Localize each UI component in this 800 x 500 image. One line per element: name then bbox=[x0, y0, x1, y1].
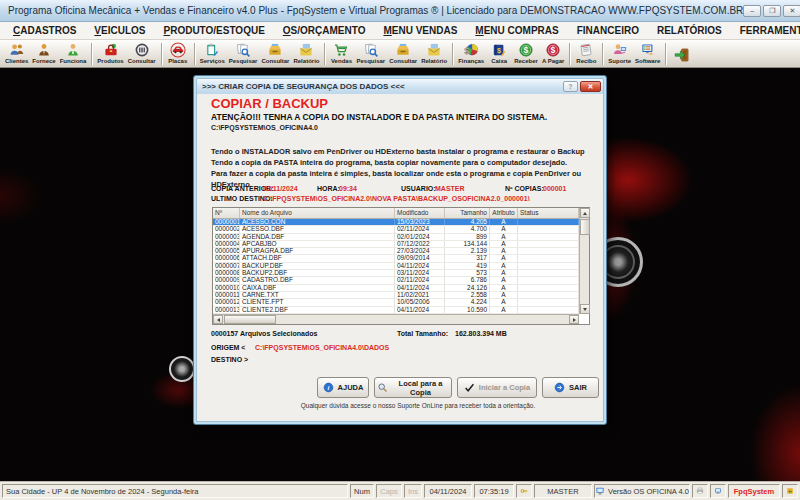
menu-menu-vendas[interactable]: MENU VENDAS bbox=[374, 23, 466, 38]
cell-atributo: A bbox=[490, 277, 518, 283]
vertical-scrollbar[interactable] bbox=[579, 208, 589, 314]
menu-os-orcamento[interactable]: OS/ORÇAMENTO bbox=[274, 23, 375, 38]
cell-modificado: 04/11/2024 bbox=[395, 263, 445, 269]
help-icon bbox=[323, 382, 334, 393]
toolbar-produtos-button[interactable]: Produtos bbox=[95, 41, 125, 67]
table-row[interactable]: 0000005APURAGRA.DBF27/03/20242.139A bbox=[213, 248, 579, 255]
search-icon bbox=[363, 42, 379, 58]
barcode-icon bbox=[134, 42, 150, 58]
toolbar-a-pagar-button[interactable]: A Pagar bbox=[540, 41, 566, 67]
column-header-atributo[interactable]: Atributo bbox=[490, 208, 518, 218]
toolbar-placas-button[interactable]: Placas bbox=[165, 41, 191, 67]
toolbar-consultar-button[interactable]: Consultar bbox=[126, 41, 158, 67]
status-monitor-panel[interactable] bbox=[710, 484, 726, 498]
toolbar-fornece-button[interactable]: Fornece bbox=[30, 41, 57, 67]
cell-modificado: 03/11/2024 bbox=[395, 270, 445, 276]
toolbar-button-label: Suporte bbox=[608, 58, 631, 65]
toolbar-vendas-button[interactable]: Vendas bbox=[328, 41, 354, 67]
dialog-help-button[interactable]: ? bbox=[563, 81, 578, 92]
toolbar-exit-button[interactable] bbox=[669, 41, 695, 67]
toolbar-clientes-button[interactable]: Clientes bbox=[3, 41, 30, 67]
toolbar-suporte-button[interactable]: Suporte bbox=[606, 41, 633, 67]
toolbar-consultar-button[interactable]: Consultar bbox=[387, 41, 419, 67]
cell-status bbox=[518, 299, 579, 305]
ajuda-button[interactable]: AJUDA bbox=[317, 377, 369, 398]
toolbar-financas-button[interactable]: Finanças bbox=[456, 41, 486, 67]
toolbar-pesquisar-button[interactable]: Pesquisar bbox=[354, 41, 387, 67]
toolbar-funciona-button[interactable]: Funciona bbox=[58, 41, 89, 67]
cell-tamanho: 10.590 bbox=[445, 307, 490, 313]
toolbar-pesquisar-button[interactable]: Pesquisar bbox=[227, 41, 260, 67]
toolbar-servicos-button[interactable]: Serviços bbox=[198, 41, 227, 67]
table-row[interactable]: 0000006ATTACH.DBF09/09/2014317A bbox=[213, 255, 579, 262]
menu-menu-compras[interactable]: MENU COMPRAS bbox=[466, 23, 567, 38]
toolbar-button-label: Pesquisar bbox=[356, 58, 385, 65]
magnifier-icon bbox=[377, 382, 388, 393]
cell-tamanho: 419 bbox=[445, 263, 490, 269]
toolbar-caixa-button[interactable]: Caixa bbox=[486, 41, 512, 67]
vertical-scroll-thumb[interactable] bbox=[580, 219, 590, 235]
table-row[interactable]: 0000012CLIENTE.FPT10/05/20064.224A bbox=[213, 299, 579, 306]
status-printer-panel[interactable] bbox=[692, 484, 708, 498]
instructions: Tendo o INSTALADOR salvo em PenDriver ou… bbox=[211, 146, 603, 190]
table-row[interactable]: 0000011CARNE.TXT11/02/20212.558A bbox=[213, 292, 579, 299]
menu-veiculos[interactable]: VEICULOS bbox=[85, 23, 154, 38]
local-para-a-copia-button[interactable]: Local para a Copia bbox=[374, 377, 452, 398]
column-header-nome-do-arquivo[interactable]: Nome do Arquivo bbox=[240, 208, 395, 218]
table-row[interactable]: 0000009CADASTRO.DBF02/11/20246.786A bbox=[213, 277, 579, 284]
cell-nome-do-arquivo: BACKUP2.DBF bbox=[240, 270, 395, 276]
menu-ferramentas[interactable]: FERRAMENTAS bbox=[731, 23, 800, 38]
destination-label: DESTINO > bbox=[211, 356, 248, 363]
toolbar-button-label: Finanças bbox=[458, 58, 484, 65]
cell-nome-do-arquivo: AGENDA.DBF bbox=[240, 234, 395, 240]
horizontal-scrollbar[interactable] bbox=[213, 314, 579, 324]
menu-bar: CADASTROSVEICULOSPRODUTO/ESTOQUEOS/ORÇAM… bbox=[0, 22, 800, 40]
destination-line: DESTINO > bbox=[197, 356, 597, 365]
toolbar-consultar-button[interactable]: Consultar bbox=[259, 41, 291, 67]
menu-relatorios[interactable]: RELATÓRIOS bbox=[648, 23, 731, 38]
scroll-right-button[interactable] bbox=[569, 315, 579, 324]
car-icon bbox=[170, 42, 186, 58]
table-row[interactable]: 0000002ACESSO.DBF02/11/20244.700A bbox=[213, 226, 579, 233]
table-row[interactable]: 0000010CAIXA.DBF04/11/202424.126A bbox=[213, 285, 579, 292]
table-rows: 0000001ACESSO.CON15/03/20234.205A0000002… bbox=[213, 219, 579, 314]
table-row[interactable]: 0000001ACESSO.CON15/03/20234.205A bbox=[213, 219, 579, 226]
check-icon bbox=[464, 382, 475, 393]
cell-tamanho: 2.139 bbox=[445, 248, 490, 254]
scroll-up-button[interactable] bbox=[580, 208, 590, 218]
dialog-titlebar[interactable]: >>> CRIAR COPIA DE SEGURANÇA DOS DADOS <… bbox=[196, 78, 604, 94]
scroll-down-button[interactable] bbox=[580, 304, 590, 314]
dialog-close-button[interactable]: ✕ bbox=[580, 81, 601, 92]
toolbar-software-button[interactable]: Software bbox=[633, 41, 662, 67]
button-label: Iniciar a Copia bbox=[479, 383, 530, 392]
cell-atributo: A bbox=[490, 248, 518, 254]
cell-tamanho: 4.205 bbox=[445, 219, 490, 225]
sair-button[interactable]: SAIR bbox=[542, 377, 599, 398]
menu-cadastros[interactable]: CADASTROS bbox=[4, 23, 85, 38]
table-row[interactable]: 0000007BACKUP.DBF04/11/2024419A bbox=[213, 263, 579, 270]
close-button[interactable]: ✕ bbox=[783, 5, 800, 17]
toolbar-recibo-button[interactable]: Recibo bbox=[573, 41, 599, 67]
table-row[interactable]: 0000003AGENDA.DBF02/01/2024899A bbox=[213, 234, 579, 241]
horizontal-scroll-thumb[interactable] bbox=[224, 315, 276, 324]
column-header-modificado[interactable]: Modificado bbox=[395, 208, 445, 218]
menu-financeiro[interactable]: FINANCEIRO bbox=[568, 23, 648, 38]
table-row[interactable]: 0000013CLIENTE2.DBF04/11/202410.590A bbox=[213, 307, 579, 314]
toolbar-relatorio-button[interactable]: Relatório bbox=[419, 41, 449, 67]
restore-button[interactable]: ❐ bbox=[763, 5, 781, 17]
toolbar-receber-button[interactable]: Receber bbox=[512, 41, 540, 67]
status-insert: Ins bbox=[404, 484, 422, 498]
table-row[interactable]: 0000004APCABJBO07/12/2022134.144A bbox=[213, 241, 579, 248]
exit-icon bbox=[674, 47, 690, 63]
column-header-status[interactable]: Status bbox=[518, 208, 579, 218]
dialog-buttons: AJUDALocal para a CopiaIniciar a CopiaSA… bbox=[317, 377, 599, 398]
origin-line: ORIGEM < C:\FPQSYSTEM\OS_OFICINA4.0\DADO… bbox=[197, 344, 597, 353]
table-row[interactable]: 0000008BACKUP2.DBF03/11/2024573A bbox=[213, 270, 579, 277]
column-header-n[interactable]: Nº bbox=[213, 208, 240, 218]
cell-tamanho: 4.224 bbox=[445, 299, 490, 305]
scroll-left-button[interactable] bbox=[213, 315, 223, 324]
toolbar-relatorio-button[interactable]: Relatório bbox=[291, 41, 321, 67]
menu-produto-estoque[interactable]: PRODUTO/ESTOQUE bbox=[154, 23, 273, 38]
column-header-tamanho[interactable]: Tamanho bbox=[445, 208, 490, 218]
minimize-button[interactable]: – bbox=[743, 5, 761, 17]
